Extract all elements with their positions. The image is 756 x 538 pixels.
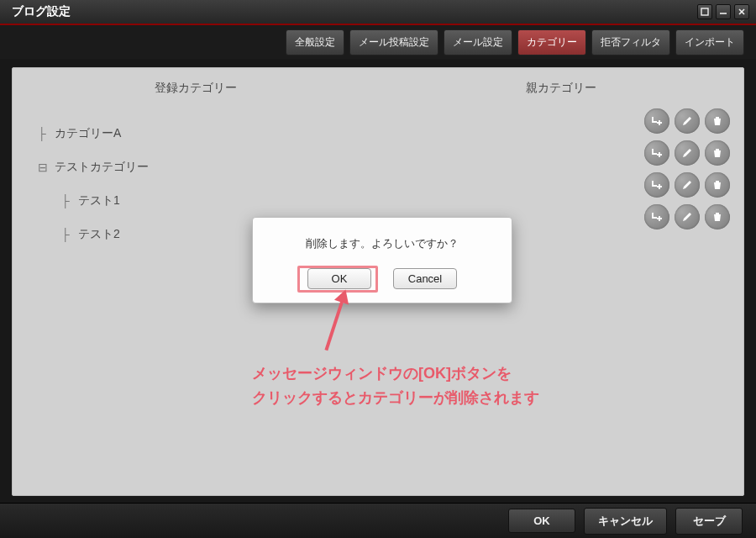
dialog-button-row: OK Cancel <box>268 268 496 289</box>
tab-mail[interactable]: メール設定 <box>444 29 512 55</box>
window-controls <box>697 4 749 19</box>
edit-icon[interactable] <box>675 204 700 229</box>
tab-general[interactable]: 全般設定 <box>286 29 344 55</box>
footer-bar: OK キャンセル セーブ <box>0 503 756 538</box>
row-actions <box>644 172 730 198</box>
footer-save-button[interactable]: セーブ <box>675 508 743 535</box>
dialog-ok-button[interactable]: OK <box>307 268 371 289</box>
tab-category[interactable]: カテゴリー <box>517 29 586 55</box>
window-close-button[interactable] <box>734 4 749 19</box>
trash-icon[interactable] <box>705 140 730 166</box>
row-actions <box>644 108 730 134</box>
window-titlebar: ブログ設定 <box>0 0 756 25</box>
dialog-cancel-button[interactable]: Cancel <box>393 268 457 289</box>
row-actions <box>644 140 730 166</box>
window-restore-button[interactable] <box>697 4 712 19</box>
add-child-icon[interactable] <box>644 204 669 229</box>
footer-ok-button[interactable]: OK <box>508 509 575 533</box>
trash-icon[interactable] <box>705 108 730 134</box>
row-actions-column <box>644 108 730 229</box>
window-minimize-button[interactable] <box>716 4 731 19</box>
add-child-icon[interactable] <box>644 140 669 166</box>
svg-rect-0 <box>701 8 708 15</box>
row-actions <box>644 204 730 229</box>
tab-import[interactable]: インポート <box>675 29 744 55</box>
add-child-icon[interactable] <box>644 108 669 134</box>
add-child-icon[interactable] <box>644 172 669 198</box>
edit-icon[interactable] <box>675 172 700 198</box>
dialog-message: 削除します。よろしいですか？ <box>268 236 496 251</box>
window-title: ブログ設定 <box>12 4 71 19</box>
tab-mail-post[interactable]: メール投稿設定 <box>349 29 438 55</box>
annotation-line2: クリックするとカテゴリーが削除されます <box>252 386 539 410</box>
footer-cancel-button[interactable]: キャンセル <box>584 508 667 535</box>
trash-icon[interactable] <box>705 172 730 198</box>
edit-icon[interactable] <box>675 108 700 134</box>
edit-icon[interactable] <box>675 140 700 166</box>
annotation-line1: メッセージウィンドウの[OK]ボタンを <box>252 361 539 386</box>
confirm-dialog: 削除します。よろしいですか？ OK Cancel <box>252 217 512 303</box>
annotation-text: メッセージウィンドウの[OK]ボタンを クリックするとカテゴリーが削除されます <box>252 361 539 410</box>
tab-reject-filter[interactable]: 拒否フィルタ <box>591 29 670 55</box>
trash-icon[interactable] <box>705 204 730 229</box>
tab-bar: 全般設定 メール投稿設定 メール設定 カテゴリー 拒否フィルタ インポート <box>0 25 756 59</box>
